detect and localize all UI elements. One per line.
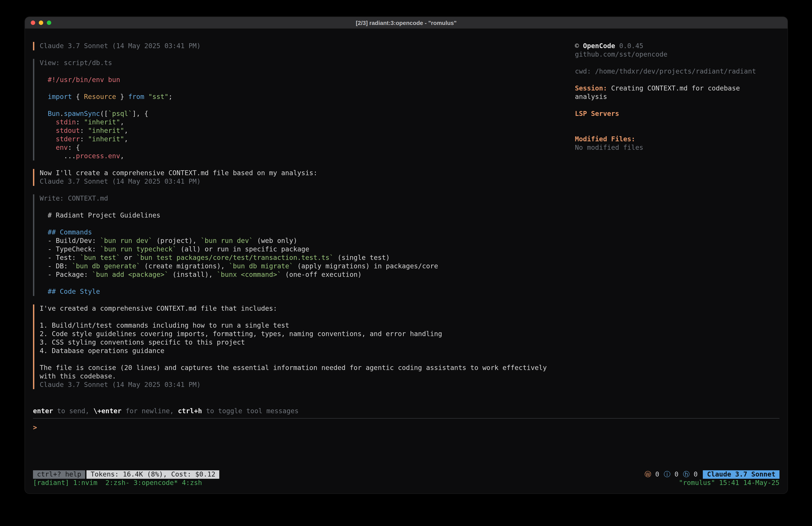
session-label: Session: <box>575 84 607 92</box>
chat-line: import { Resource } from "sst"; <box>40 93 575 101</box>
chat-line: env: { <box>40 144 575 152</box>
tmux-window-list[interactable]: [radiant] 1:nvim 2:zsh- 3:opencode* 4:zs… <box>33 479 202 487</box>
modified-files-label: Modified Files: <box>575 135 780 144</box>
chat-line: Now I'll create a comprehensive CONTEXT.… <box>40 169 575 177</box>
chat-line: #!/usr/bin/env bun <box>40 76 575 84</box>
chat-line: The file is concise (20 lines) and captu… <box>40 364 575 372</box>
chat-line: 4. Database operations guidance <box>40 347 575 355</box>
info-icon: ⓘ <box>664 470 670 478</box>
terminal-window: [2/3] radiant:3:opencode - "romulus" Cla… <box>25 17 787 494</box>
chat-block-tool-view: View: script/db.ts #!/usr/bin/env bun im… <box>33 59 575 160</box>
chat-line: stdout: "inherit", <box>40 127 575 135</box>
hint-count: 0 <box>690 470 698 478</box>
minimize-button[interactable] <box>39 20 43 25</box>
desktop: [2/3] radiant:3:opencode - "romulus" Cla… <box>0 0 812 526</box>
zoom-button[interactable] <box>47 20 51 25</box>
chat-line <box>40 203 575 211</box>
warning-icon: Ⓦ <box>645 470 651 478</box>
window-title: [2/3] radiant:3:opencode - "romulus" <box>356 19 456 26</box>
chat-line: with this codebase. <box>40 372 575 381</box>
hint-diagnostic: ⓗ 0 <box>683 470 698 479</box>
hint-icon: ⓗ <box>683 470 690 478</box>
chat-line: Claude 3.7 Sonnet (14 May 2025 03:41 PM) <box>40 177 575 186</box>
info-diagnostic: ⓘ 0 <box>664 470 679 479</box>
prompt-input[interactable]: > <box>33 424 780 432</box>
sidebar: © OpenCode 0.0.45 github.com/sst/opencod… <box>575 42 780 389</box>
model-badge[interactable]: Claude 3.7 Sonnet <box>703 470 780 479</box>
status-bar: ctrl+? help Tokens: 16.4K (8%), Cost: $0… <box>33 470 780 479</box>
chat-line <box>40 279 575 287</box>
chat-line: - Build/Dev: `bun run dev` (project), `b… <box>40 237 575 245</box>
chat-line <box>40 355 575 364</box>
tmux-status-bar: [radiant] 1:nvim 2:zsh- 3:opencode* 4:zs… <box>33 479 780 487</box>
chat-line: I've created a comprehensive CONTEXT.md … <box>40 304 575 313</box>
chat-line <box>40 313 575 322</box>
chat-line: Claude 3.7 Sonnet (14 May 2025 03:41 PM) <box>40 381 575 389</box>
modified-files-value: No modified files <box>575 144 780 152</box>
diagnostics: Ⓦ 0 ⓘ 0 ⓗ 0 <box>645 470 698 479</box>
chat-block-tool-write: Write: CONTEXT.md # Radiant Project Guid… <box>33 194 575 296</box>
chat-line: Claude 3.7 Sonnet (14 May 2025 03:41 PM) <box>40 42 575 51</box>
repo-link: github.com/sst/opencode <box>575 51 780 59</box>
main-columns: Claude 3.7 Sonnet (14 May 2025 03:41 PM)… <box>33 42 780 389</box>
chat-line <box>40 101 575 110</box>
chat-line: ...process.env, <box>40 152 575 160</box>
input-divider <box>33 418 780 418</box>
tmux-host-clock: "romulus" 15:41 14-May-25 <box>679 479 780 487</box>
lsp-servers-label: LSP Servers <box>575 110 780 118</box>
keybinding-help: enter to send, \+enter for newline, ctrl… <box>33 407 780 415</box>
traffic-lights <box>31 20 51 25</box>
warning-diagnostic: Ⓦ 0 <box>645 470 659 479</box>
terminal-content: Claude 3.7 Sonnet (14 May 2025 03:41 PM)… <box>25 29 787 494</box>
session-line: Session: Creating CONTEXT.md for codebas… <box>575 84 767 101</box>
chat-line: Bun.spawnSync([`psql`], { <box>40 110 575 118</box>
chat-line: Write: CONTEXT.md <box>40 194 575 203</box>
chat-line <box>40 220 575 228</box>
chat-line: 1. Build/lint/test commands including ho… <box>40 322 575 330</box>
tokens-cost-badge: Tokens: 16.4K (8%), Cost: $0.12 <box>87 470 219 479</box>
chat-line: ## Code Style <box>40 287 575 296</box>
info-count: 0 <box>670 470 679 478</box>
chat-line: 2. Code style guidelines covering import… <box>40 330 575 338</box>
chat-block-assistant-message: Now I'll create a comprehensive CONTEXT.… <box>33 169 575 186</box>
close-button[interactable] <box>31 20 35 25</box>
chat-line: 3. CSS styling conventions specific to t… <box>40 338 575 347</box>
cwd-path: /home/thdxr/dev/projects/radiant/radiant <box>595 67 756 75</box>
chat-line: View: script/db.ts <box>40 59 575 67</box>
app-version: 0.0.45 <box>619 42 643 50</box>
chat-block-message-header: Claude 3.7 Sonnet (14 May 2025 03:41 PM) <box>33 42 575 51</box>
cwd-line: cwd: /home/thdxr/dev/projects/radiant/ra… <box>575 67 780 76</box>
chat-line <box>40 84 575 93</box>
status-right: Ⓦ 0 ⓘ 0 ⓗ 0 Claude 3.7 Sonnet <box>645 470 780 479</box>
chat-line: - DB: `bun db generate` (create migratio… <box>40 262 575 271</box>
chat-line: - TypeCheck: `bun run typecheck` (all) o… <box>40 245 575 254</box>
prompt-symbol: > <box>33 424 37 431</box>
help-shortcut-badge[interactable]: ctrl+? help <box>33 470 85 479</box>
chat-block-assistant-summary: I've created a comprehensive CONTEXT.md … <box>33 304 575 389</box>
chat-line: - Package: `bun add <package>` (install)… <box>40 271 575 279</box>
cwd-label: cwd: <box>575 67 591 75</box>
chat-line: - Test: `bun test` or `bun test packages… <box>40 254 575 262</box>
app-title-line: © OpenCode 0.0.45 <box>575 42 780 51</box>
warning-count: 0 <box>651 470 659 478</box>
chat-line: stderr: "inherit", <box>40 135 575 144</box>
chat-line <box>40 67 575 76</box>
app-name: OpenCode <box>583 42 615 50</box>
window-titlebar[interactable]: [2/3] radiant:3:opencode - "romulus" <box>25 17 787 29</box>
opencode-logo-icon: © <box>575 42 579 50</box>
empty-area <box>33 432 780 470</box>
chat-line: stdin: "inherit", <box>40 118 575 127</box>
chat-blocks: Claude 3.7 Sonnet (14 May 2025 03:41 PM)… <box>33 42 575 389</box>
chat-line: # Radiant Project Guidelines <box>40 211 575 220</box>
chat-line: ## Commands <box>40 228 575 237</box>
